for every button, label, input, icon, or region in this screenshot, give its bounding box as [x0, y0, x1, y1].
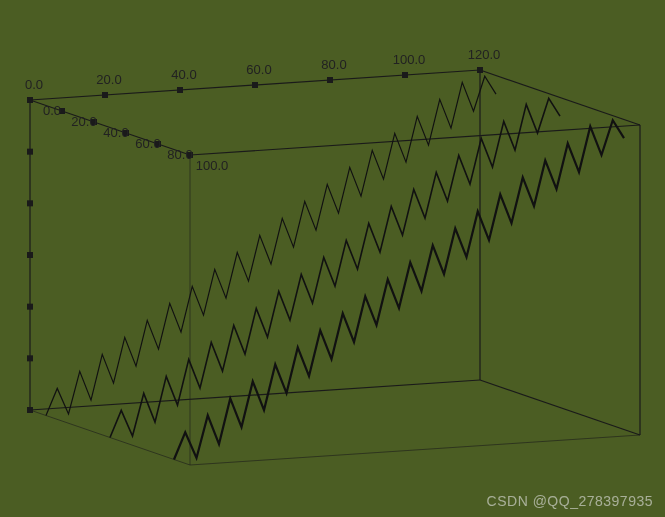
tick-label: 60.0	[246, 62, 271, 77]
tick-label: 120.0	[468, 47, 501, 62]
svg-line-11	[190, 435, 640, 465]
tick-label: 0.0	[43, 103, 61, 118]
svg-rect-17	[402, 72, 408, 78]
svg-line-3	[190, 125, 640, 155]
plot-stage: 0.020.040.060.080.0100.0120.00.020.040.0…	[0, 0, 665, 517]
svg-rect-26	[27, 149, 33, 155]
tick-label: 40.0	[103, 125, 128, 140]
svg-rect-16	[327, 77, 333, 83]
tick-label: 100.0	[393, 52, 426, 67]
tick-label: 20.0	[96, 72, 121, 87]
svg-rect-25	[27, 97, 33, 103]
svg-rect-31	[27, 407, 33, 413]
svg-rect-14	[177, 87, 183, 93]
watermark-text: CSDN @QQ_278397935	[487, 493, 653, 509]
tick-label: 60.0	[135, 136, 160, 151]
svg-rect-27	[27, 200, 33, 206]
tick-label: 0.0	[25, 77, 43, 92]
tick-label: 40.0	[171, 67, 196, 82]
svg-rect-15	[252, 82, 258, 88]
svg-rect-29	[27, 304, 33, 310]
svg-line-2	[480, 70, 640, 125]
tick-label: 80.0	[167, 147, 192, 162]
tick-label: 100.0	[196, 158, 229, 173]
tick-label: 20.0	[71, 114, 96, 129]
svg-rect-28	[27, 252, 33, 258]
svg-line-8	[480, 380, 640, 435]
svg-rect-18	[477, 67, 483, 73]
svg-rect-30	[27, 355, 33, 361]
tick-label: 80.0	[321, 57, 346, 72]
svg-rect-13	[102, 92, 108, 98]
